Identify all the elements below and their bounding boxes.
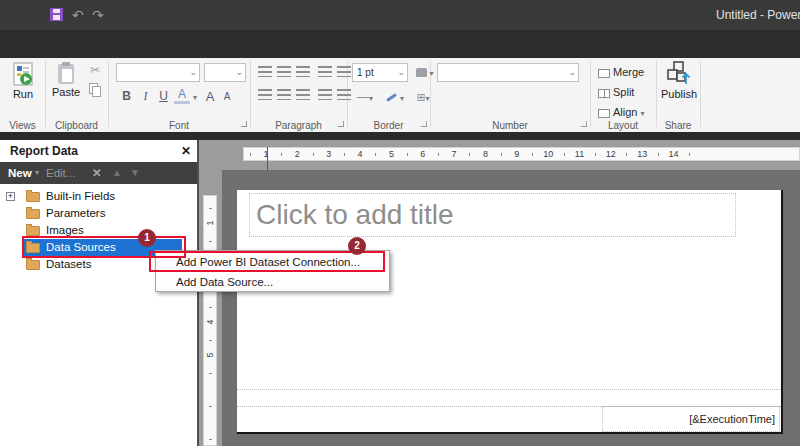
group-label-font: Font: [108, 120, 250, 132]
paste-button[interactable]: Paste: [48, 62, 84, 98]
numbered-list-icon[interactable]: [337, 89, 351, 100]
chevron-down-icon: ⌄: [189, 64, 197, 81]
align-middle-icon[interactable]: [277, 66, 291, 77]
h-ruler-number: 6: [417, 149, 429, 159]
paragraph-dialog-launcher-icon[interactable]: [338, 121, 344, 127]
edit-button[interactable]: Edit...: [46, 162, 75, 184]
font-name-select[interactable]: ⌄: [116, 63, 200, 82]
publish-button[interactable]: Publish: [658, 60, 700, 100]
h-ruler: 1234567891011121314: [243, 147, 800, 161]
border-style-button[interactable]: —▾: [352, 88, 378, 107]
body-bottom-edge: [237, 389, 781, 390]
paint-bucket-icon: [416, 68, 427, 77]
ribbon: Run Views Paste ✂ Clipboard ⌄ ⌄ B I U A …: [0, 58, 800, 132]
save-icon[interactable]: [50, 8, 63, 21]
delete-icon[interactable]: ✕: [92, 162, 102, 184]
font-size-select[interactable]: ⌄: [204, 63, 246, 82]
ruler-tick: [209, 439, 212, 440]
align-bottom-icon[interactable]: [296, 66, 310, 77]
folder-icon: [26, 209, 40, 219]
h-ruler-number: 1: [260, 149, 272, 159]
run-icon: [13, 62, 33, 86]
font-color-button[interactable]: A: [174, 87, 190, 104]
align-button[interactable]: Align ▾: [598, 103, 655, 121]
align-right-icon[interactable]: [296, 89, 310, 100]
h-ruler-number: 7: [448, 149, 460, 159]
pen-icon: [386, 93, 397, 102]
v-ruler-number: 5: [205, 349, 215, 361]
ruler-tick: [689, 153, 690, 156]
new-caret-icon[interactable]: ▾: [35, 162, 39, 184]
align-center-icon[interactable]: [277, 89, 291, 100]
decrease-indent-icon[interactable]: [318, 66, 332, 77]
merge-button[interactable]: Merge: [598, 63, 655, 81]
ruler-tick: [407, 153, 408, 156]
folder-icon: [26, 226, 40, 236]
ruler-tick: [344, 153, 345, 156]
h-ruler-number: 4: [354, 149, 366, 159]
report-title-textbox[interactable]: Click to add title: [249, 193, 736, 237]
ruler-tick: [313, 153, 314, 156]
annotation-badge-2: 2: [348, 237, 366, 255]
italic-button[interactable]: I: [138, 87, 153, 106]
app-window: ↶ ↷ Untitled - Power B File Home Data In…: [0, 0, 800, 446]
group-label-views: Views: [0, 120, 45, 132]
chevron-down-icon: ⌄: [397, 64, 405, 81]
align-top-icon[interactable]: [258, 66, 272, 77]
close-icon[interactable]: ✕: [181, 144, 191, 158]
report-page[interactable]: Click to add title [&ExecutionTime]: [237, 190, 783, 434]
run-button[interactable]: Run: [4, 62, 42, 100]
ruler-tick: [658, 153, 659, 156]
menu-item-add-data-source[interactable]: Add Data Source...: [156, 272, 389, 292]
border-dialog-launcher-icon[interactable]: [421, 121, 427, 127]
border-color-button[interactable]: ▾: [382, 88, 408, 107]
ruler-tick: [209, 340, 212, 341]
h-ruler-number: 5: [385, 149, 397, 159]
align-icon: [598, 109, 610, 118]
v-ruler-number: 4: [205, 316, 215, 328]
borders-button[interactable]: ⊞▾: [410, 88, 436, 107]
tree-item-built-in-fields[interactable]: + Built-in Fields: [0, 188, 197, 205]
number-format-select[interactable]: ⌄: [437, 63, 579, 82]
ruler-tick: [375, 153, 376, 156]
bullet-list-icon[interactable]: [318, 89, 332, 100]
increase-indent-icon[interactable]: [337, 66, 351, 77]
h-ruler-number: 14: [668, 149, 680, 159]
align-left-icon[interactable]: [258, 89, 272, 100]
move-up-icon[interactable]: ▲: [112, 162, 122, 184]
expand-icon[interactable]: +: [6, 192, 15, 201]
move-down-icon[interactable]: ▼: [130, 162, 140, 184]
shrink-font-button[interactable]: A: [220, 87, 234, 106]
execution-time-textbox[interactable]: [&ExecutionTime]: [602, 406, 780, 432]
undo-icon[interactable]: ↶: [72, 7, 84, 23]
split-button[interactable]: Split: [598, 83, 655, 101]
redo-icon[interactable]: ↷: [92, 7, 104, 23]
ruler-tick: [564, 153, 565, 156]
ruler-tick: [626, 153, 627, 156]
ruler-origin-marker: [267, 147, 268, 171]
ruler-tick: [209, 406, 212, 407]
group-label-layout: Layout: [590, 120, 656, 132]
grow-font-button[interactable]: A: [202, 87, 218, 106]
fill-color-button[interactable]: ▾: [412, 63, 438, 82]
bold-button[interactable]: B: [118, 87, 135, 106]
border-width-select[interactable]: 1 pt⌄: [352, 63, 408, 82]
underline-button[interactable]: U: [156, 87, 171, 106]
new-button[interactable]: New: [8, 162, 32, 184]
merge-icon: [598, 69, 610, 78]
cut-icon[interactable]: ✂: [86, 63, 104, 77]
number-dialog-launcher-icon[interactable]: [581, 121, 587, 127]
group-label-clipboard: Clipboard: [45, 120, 108, 132]
tree-item-parameters[interactable]: Parameters: [0, 205, 197, 222]
font-color-caret-icon[interactable]: ▾: [191, 87, 199, 106]
chevron-down-icon: ⌄: [235, 64, 243, 81]
group-label-border: Border: [347, 120, 430, 132]
font-dialog-launcher-icon[interactable]: [241, 121, 247, 127]
panel-toolbar: New ▾ Edit... ✕ ▲ ▼: [0, 162, 197, 184]
annotation-badge-1: 1: [138, 229, 156, 247]
copy-icon[interactable]: [89, 83, 98, 94]
ribbon-tab-strip: File Home Data Insert View: [0, 30, 800, 58]
report-data-panel: Report Data ✕ New ▾ Edit... ✕ ▲ ▼ + Buil…: [0, 140, 199, 446]
h-ruler-number: 3: [323, 149, 335, 159]
ribbon-bottom-strip: [0, 132, 800, 140]
